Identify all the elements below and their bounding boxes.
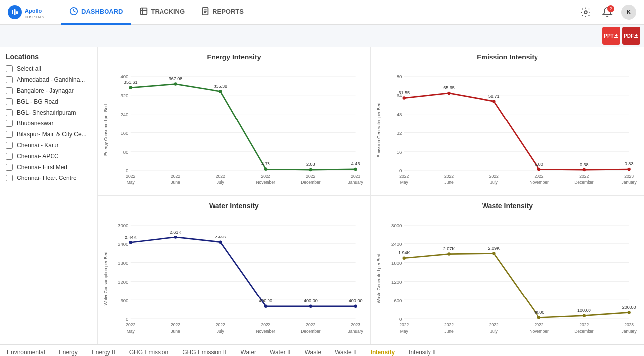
tab-energy-ii[interactable]: Energy II: [85, 345, 122, 356]
svg-text:2.45K: 2.45K: [215, 235, 226, 239]
sidebar-location-item[interactable]: Ahmedabad - Gandhina...: [0, 74, 97, 85]
water-intensity-chart: 06001200180024003000Water Consumption pe…: [102, 212, 366, 344]
location-label: Chennai- First Med: [17, 164, 67, 171]
svg-text:160: 160: [120, 130, 128, 136]
svg-point-113: [354, 305, 357, 308]
svg-text:2022: 2022: [126, 174, 135, 178]
settings-button[interactable]: [578, 4, 593, 20]
svg-text:Apollo: Apollo: [25, 8, 42, 14]
ppt-export-button[interactable]: PPT: [602, 27, 620, 45]
svg-text:July: July: [217, 329, 225, 334]
svg-text:July: July: [490, 329, 498, 334]
emission-intensity-title: Emission Intensity: [375, 53, 640, 61]
location-label: Select all: [17, 65, 41, 72]
svg-text:December: December: [301, 180, 320, 185]
notifications-button[interactable]: 2: [599, 4, 615, 20]
svg-text:January: January: [621, 180, 637, 185]
location-checkbox[interactable]: [6, 76, 13, 83]
notification-badge: 2: [607, 5, 614, 12]
sidebar-location-item[interactable]: Chennai- APCC: [0, 151, 97, 162]
water-intensity-title: Water Intensity: [102, 202, 366, 210]
nav-reports[interactable]: REPORTS: [193, 0, 252, 25]
location-checkbox[interactable]: [6, 65, 13, 72]
svg-text:November: November: [256, 329, 275, 334]
svg-text:0: 0: [126, 168, 128, 173]
svg-rect-6: [140, 8, 147, 15]
tab-ghg-emission[interactable]: GHG Emission: [122, 345, 175, 356]
svg-text:1800: 1800: [118, 260, 128, 266]
location-checkbox[interactable]: [6, 164, 13, 171]
gear-icon: [580, 7, 591, 18]
tab-energy[interactable]: Energy: [52, 345, 85, 356]
tab-water[interactable]: Water: [234, 345, 264, 356]
location-checkbox[interactable]: [6, 109, 13, 116]
nav-dashboard[interactable]: DASHBOARD: [61, 0, 131, 25]
svg-point-33: [219, 90, 222, 93]
svg-text:320: 320: [120, 93, 128, 98]
svg-text:400.00: 400.00: [349, 298, 363, 303]
svg-text:2022: 2022: [489, 174, 499, 178]
svg-text:32: 32: [397, 130, 402, 136]
tab-waste[interactable]: Waste: [298, 345, 328, 356]
sidebar-location-item[interactable]: Chennai- First Med: [0, 162, 97, 173]
sidebar: Locations Select allAhmedabad - Gandhina…: [0, 47, 97, 344]
svg-text:Energy Consumed per Bed: Energy Consumed per Bed: [103, 104, 108, 156]
location-checkbox[interactable]: [6, 120, 13, 127]
sidebar-location-item[interactable]: Bhubaneswar: [0, 118, 97, 129]
svg-text:May: May: [127, 329, 135, 334]
svg-text:2022: 2022: [579, 174, 589, 178]
svg-text:100.00: 100.00: [577, 308, 591, 313]
reports-icon: [201, 7, 210, 16]
header: Apollo HOSPITALS DASHBOARD TRACKING REPO…: [0, 0, 644, 25]
location-checkbox[interactable]: [6, 98, 13, 105]
svg-point-142: [447, 252, 450, 255]
tab-water-ii[interactable]: Water II: [263, 345, 298, 356]
dashboard-icon: [69, 7, 78, 16]
svg-point-76: [627, 168, 630, 171]
avatar[interactable]: K: [621, 5, 636, 20]
svg-text:2.03: 2.03: [306, 162, 315, 167]
location-label: Chennai- Heart Centre: [17, 175, 77, 181]
svg-rect-2: [16, 11, 18, 14]
svg-text:400: 400: [120, 74, 128, 79]
tab-environmental[interactable]: Environmental: [0, 345, 52, 356]
svg-text:2022: 2022: [489, 322, 499, 327]
location-checkbox[interactable]: [6, 142, 13, 149]
svg-rect-1: [14, 9, 16, 15]
svg-point-31: [174, 82, 177, 85]
svg-rect-14: [614, 37, 618, 38]
svg-text:351.61: 351.61: [124, 80, 138, 85]
svg-text:June: June: [444, 180, 454, 185]
tab-waste-ii[interactable]: Waste II: [328, 345, 364, 356]
waste-intensity-chart: 06001200180024003000Waste Generated per …: [375, 212, 640, 344]
tab-intensity[interactable]: Intensity: [364, 345, 402, 356]
main-container: Locations Select allAhmedabad - Gandhina…: [0, 47, 644, 344]
sidebar-location-item[interactable]: Bilaspur- Main & City Ce...: [0, 129, 97, 140]
svg-text:1.94K: 1.94K: [398, 250, 410, 255]
sidebar-location-item[interactable]: Bangalore - Jaynagar: [0, 85, 97, 96]
nav-tracking[interactable]: TRACKING: [131, 0, 193, 25]
location-checkbox[interactable]: [6, 175, 13, 181]
svg-text:November: November: [256, 180, 275, 185]
svg-text:2022: 2022: [444, 174, 454, 178]
tab-intensity-ii[interactable]: Intensity II: [402, 345, 443, 356]
svg-text:2022: 2022: [399, 174, 409, 178]
tab-ghg-emission-ii[interactable]: GHG Emission II: [175, 345, 233, 356]
svg-text:4.46: 4.46: [351, 161, 360, 166]
pdf-export-button[interactable]: PDF: [622, 27, 640, 45]
location-checkbox[interactable]: [6, 131, 13, 138]
sidebar-location-item[interactable]: BGL- Sheshadripuram: [0, 107, 97, 118]
sidebar-location-item[interactable]: BGL - BG Road: [0, 96, 97, 107]
location-checkbox[interactable]: [6, 153, 13, 160]
sidebar-location-item[interactable]: Chennai- Heart Centre: [0, 173, 97, 183]
svg-text:Water Consumption per Bed: Water Consumption per Bed: [103, 252, 108, 306]
energy-intensity-panel: Energy Intensity 080160240320400Energy C…: [97, 47, 371, 195]
svg-text:2.44K: 2.44K: [125, 235, 137, 240]
location-checkbox[interactable]: [6, 87, 13, 94]
water-intensity-panel: Water Intensity 06001200180024003000Wate…: [97, 195, 371, 344]
svg-text:July: July: [490, 180, 498, 185]
sidebar-location-item[interactable]: Chennai - Karur: [0, 140, 97, 151]
svg-text:65.65: 65.65: [443, 85, 455, 90]
select-all-item[interactable]: Select all: [0, 63, 97, 74]
svg-text:December: December: [574, 180, 593, 185]
